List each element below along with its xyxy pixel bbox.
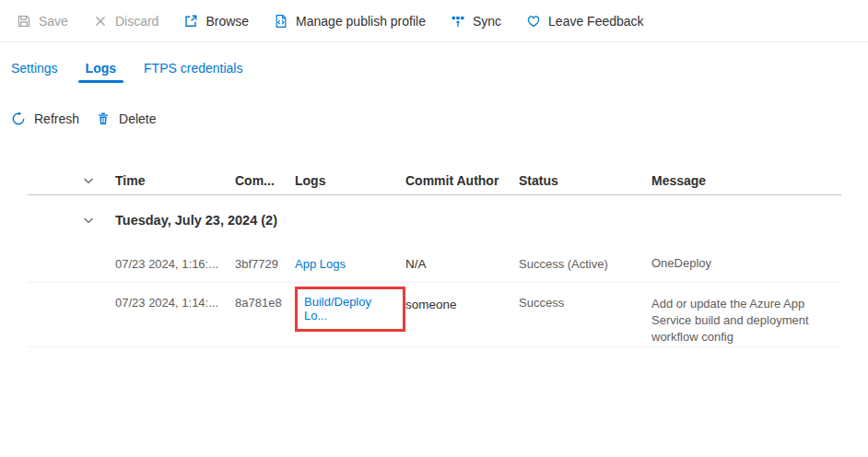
command-bar: Save Discard Browse Manage publish pro	[0, 0, 868, 42]
discard-icon	[93, 14, 108, 29]
refresh-button[interactable]: Refresh	[11, 111, 79, 126]
chevron-down-icon	[81, 173, 96, 188]
tab-logs-label: Logs	[86, 61, 116, 76]
table-row[interactable]: 07/23 2024, 1:16:... 3bf7729 App Logs N/…	[28, 245, 841, 283]
cell-time: 07/23 2024, 1:16:...	[115, 257, 235, 271]
manage-publish-profile-label: Manage publish profile	[296, 14, 426, 29]
column-header-commit-author[interactable]: Commit Author	[405, 173, 519, 188]
cell-commit: 8a781e8	[235, 283, 295, 310]
cell-commit: 3bf7729	[235, 257, 295, 271]
manage-publish-profile-button[interactable]: Manage publish profile	[274, 14, 426, 29]
column-header-commit[interactable]: Com...	[235, 173, 295, 188]
deployment-center-logs-page: Save Discard Browse Manage publish pro	[0, 0, 868, 457]
table-header-row: Time Com... Logs Commit Author Status Me…	[28, 166, 841, 195]
sync-label: Sync	[473, 14, 501, 29]
publish-profile-icon	[274, 14, 288, 29]
cell-logs: App Logs	[295, 257, 405, 271]
column-header-logs[interactable]: Logs	[295, 173, 405, 188]
highlight-annotation-box: Build/Deploy Lo...	[295, 287, 405, 332]
group-collapse-toggle[interactable]	[28, 213, 115, 228]
tab-settings[interactable]: Settings	[4, 42, 65, 83]
sync-icon	[451, 14, 465, 29]
heart-icon	[526, 14, 541, 29]
trash-icon	[96, 111, 111, 126]
tab-ftps-label: FTPS credentials	[144, 61, 242, 76]
row-spacer	[28, 283, 115, 296]
cell-status: Success (Active)	[519, 257, 651, 271]
table-row[interactable]: 07/23 2024, 1:14:... 8a781e8 Build/Deplo…	[28, 283, 841, 347]
browse-label: Browse	[205, 14, 249, 29]
save-icon	[17, 14, 31, 29]
tab-logs[interactable]: Logs	[78, 42, 123, 83]
column-header-message[interactable]: Message	[651, 173, 841, 188]
cell-message: Add or update the Azure App Service buil…	[651, 283, 841, 346]
deployment-logs-table: Time Com... Logs Commit Author Status Me…	[28, 166, 841, 347]
delete-button[interactable]: Delete	[96, 111, 156, 126]
discard-label: Discard	[115, 14, 158, 29]
refresh-icon	[11, 111, 26, 126]
delete-label: Delete	[119, 111, 156, 126]
cell-status: Success	[519, 283, 651, 310]
leave-feedback-button[interactable]: Leave Feedback	[526, 14, 644, 29]
group-row: Tuesday, July 23, 2024 (2)	[28, 195, 841, 245]
leave-feedback-label: Leave Feedback	[548, 14, 644, 29]
cell-message: OneDeploy	[651, 255, 841, 272]
logs-action-bar: Refresh Delete	[0, 103, 868, 134]
refresh-label: Refresh	[34, 111, 79, 126]
browse-button[interactable]: Browse	[183, 14, 249, 29]
save-label: Save	[39, 14, 68, 29]
save-button[interactable]: Save	[17, 14, 68, 29]
tab-settings-label: Settings	[11, 61, 58, 76]
sync-button[interactable]: Sync	[451, 14, 501, 29]
chevron-down-icon	[81, 213, 96, 228]
cell-commit-author: N/A	[405, 257, 519, 271]
discard-button[interactable]: Discard	[93, 14, 158, 29]
tab-strip: Settings Logs FTPS credentials	[0, 42, 868, 87]
cell-commit-author: someone	[405, 283, 519, 311]
group-label: Tuesday, July 23, 2024 (2)	[115, 213, 841, 228]
cell-logs: Build/Deploy Lo...	[295, 283, 405, 332]
app-logs-link[interactable]: App Logs	[295, 257, 346, 271]
build-deploy-logs-link[interactable]: Build/Deploy Lo...	[304, 295, 371, 322]
tab-ftps-credentials[interactable]: FTPS credentials	[136, 42, 250, 83]
collapse-all-toggle[interactable]	[28, 173, 115, 188]
browse-icon	[183, 14, 198, 29]
cell-time: 07/23 2024, 1:14:...	[115, 283, 235, 310]
column-header-status[interactable]: Status	[519, 173, 651, 188]
column-header-time[interactable]: Time	[115, 173, 235, 188]
